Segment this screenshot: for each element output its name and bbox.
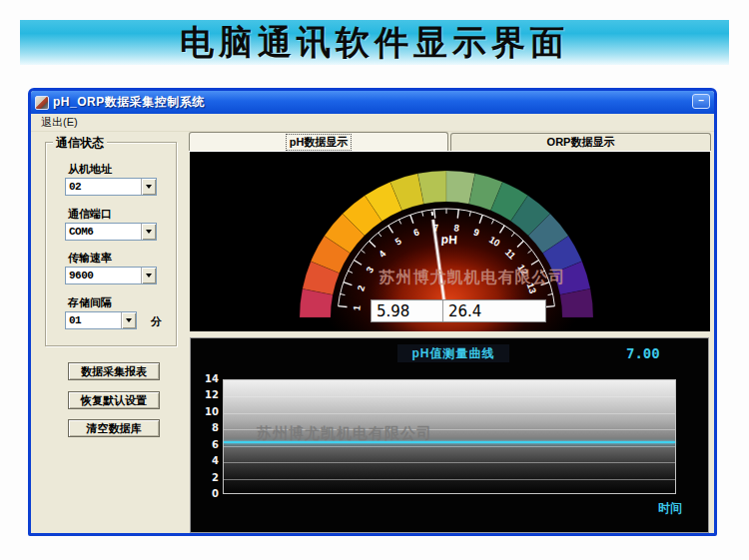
gauge-unit-label: pH [440, 233, 457, 248]
tab-orp-display[interactable]: ORP数据显示 [450, 133, 711, 151]
gridline [224, 446, 675, 447]
slave-address-label: 从机地址 [68, 162, 112, 177]
window-title: pH_ORP数据采集控制系统 [53, 94, 205, 111]
slave-address-select[interactable]: 02 [65, 178, 157, 196]
y-axis-tick-label: 12 [193, 389, 219, 400]
y-axis-tick-label: 10 [193, 406, 219, 417]
gridline [224, 479, 675, 480]
menu-bar: 退出(E) [31, 114, 714, 132]
gridline [224, 396, 675, 397]
ph-trend-chart-panel: pH值测量曲线 7.00 苏州博尤凯机电有限公司 时间 14121086420 [190, 337, 709, 533]
tab-orp-label: ORP数据显示 [547, 135, 615, 150]
ph-readout: 5.98 [372, 300, 443, 321]
gridline [224, 413, 675, 414]
tab-ph-display[interactable]: pH数据显示 [189, 132, 448, 151]
watermark-text: 苏州博尤凯机电有限公司 [368, 268, 577, 288]
data-report-button[interactable]: 数据采集报表 [68, 362, 160, 380]
y-axis-tick-label: 8 [193, 422, 219, 433]
menu-item-exit[interactable]: 退出(E) [37, 114, 82, 131]
y-axis-tick-label: 0 [193, 488, 219, 499]
baud-rate-label: 传输速率 [68, 251, 112, 266]
tab-ph-label: pH数据显示 [287, 135, 352, 150]
y-axis-tick-label: 14 [193, 373, 219, 384]
chevron-down-icon[interactable] [141, 224, 156, 240]
x-axis-label: 时间 [658, 500, 682, 517]
com-port-label: 通信端口 [68, 207, 112, 222]
slave-address-value: 02 [66, 181, 141, 193]
temperature-readout: 26.4 [443, 300, 545, 321]
app-window: pH_ORP数据采集控制系统 – 退出(E) 通信状态 从机地址 02 通信端口… [28, 88, 717, 536]
minutes-unit-label: 分 [151, 314, 162, 329]
gridline [224, 462, 675, 463]
page: 电脑通讯软件显示界面 pH_ORP数据采集控制系统 – 退出(E) 通信状态 从… [0, 0, 749, 560]
client-area: 通信状态 从机地址 02 通信端口 COM6 传输速率 9600 存储间隔 01 [31, 132, 714, 533]
app-icon [35, 96, 49, 110]
groupbox-title: 通信状态 [53, 135, 107, 152]
store-interval-select[interactable]: 01 [65, 311, 137, 329]
tab-body: 1234567891011121314pH 苏州博尤凯机电有限公司 5.98 2… [189, 151, 711, 533]
page-banner: 电脑通讯软件显示界面 [20, 20, 729, 65]
baud-rate-select[interactable]: 9600 [65, 267, 157, 284]
chevron-down-icon[interactable] [141, 268, 156, 283]
ph-gauge-panel: 1234567891011121314pH 苏州博尤凯机电有限公司 5.98 2… [190, 152, 710, 331]
chart-title: pH值测量曲线 [397, 344, 509, 362]
store-interval-label: 存储间隔 [68, 295, 112, 310]
com-port-select[interactable]: COM6 [65, 223, 157, 241]
title-bar[interactable]: pH_ORP数据采集控制系统 – [31, 91, 714, 114]
y-axis-tick-label: 6 [193, 439, 219, 450]
watermark-text: 苏州博尤凯机电有限公司 [257, 424, 616, 443]
window-control-button[interactable]: – [692, 94, 710, 109]
gauge-tick [339, 306, 348, 307]
com-port-value: COM6 [66, 226, 141, 238]
gauge-tick [545, 306, 554, 307]
baud-rate-value: 9600 [66, 270, 141, 281]
chevron-down-icon[interactable] [121, 312, 136, 328]
y-axis-tick-label: 4 [193, 455, 219, 466]
chevron-down-icon[interactable] [141, 179, 156, 195]
y-axis-tick-label: 2 [193, 472, 219, 483]
gauge-readouts: 5.98 26.4 [371, 299, 546, 322]
banner-title: 电脑通讯软件显示界面 [180, 20, 569, 66]
clear-database-button[interactable]: 清空数据库 [68, 419, 160, 437]
chart-current-value: 7.00 [626, 345, 660, 361]
tab-control: pH数据显示 ORP数据显示 1234567891011121314pH 苏州博… [189, 132, 711, 533]
store-interval-value: 01 [66, 314, 121, 326]
gauge-needle-tip [432, 212, 433, 216]
restore-defaults-button[interactable]: 恢复默认设置 [68, 391, 160, 409]
